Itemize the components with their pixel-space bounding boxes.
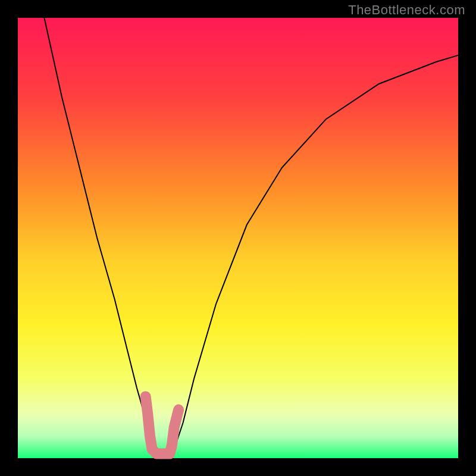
watermark-text: TheBottleneck.com bbox=[348, 2, 465, 18]
chart-frame: TheBottleneck.com bbox=[0, 0, 476, 476]
bottleneck-chart bbox=[0, 0, 476, 476]
plot-background bbox=[18, 18, 458, 458]
